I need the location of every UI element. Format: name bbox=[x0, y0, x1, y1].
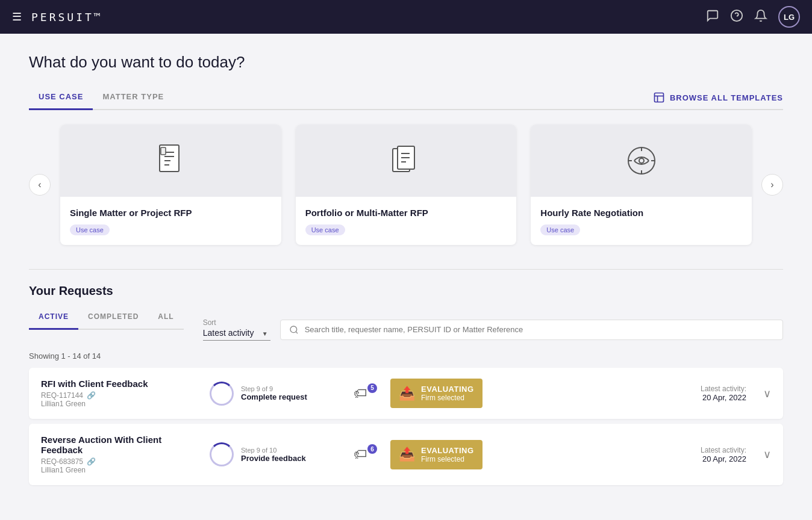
hamburger-icon[interactable]: ☰ bbox=[12, 10, 22, 23]
tag-area-1: 🏷 5 bbox=[342, 386, 378, 401]
request-id-2: REQ-683875 bbox=[41, 457, 83, 466]
step-text-1: Step 9 of 9 Complete request bbox=[241, 385, 307, 401]
tag-icon-2: 🏷 bbox=[354, 447, 367, 462]
card-image-multi-matter bbox=[296, 125, 517, 197]
svg-line-23 bbox=[296, 332, 298, 333]
status-label-1: EVALUATING bbox=[421, 385, 474, 394]
status-text-2: EVALUATING Firm selected bbox=[421, 446, 474, 463]
tab-use-case[interactable]: USE CASE bbox=[29, 86, 93, 110]
tab-completed[interactable]: COMPLETED bbox=[78, 308, 148, 330]
search-input[interactable] bbox=[305, 325, 774, 334]
status-badge-2: 📤 EVALUATING Firm selected bbox=[390, 440, 483, 469]
card-title-multi-matter: Portfolio or Multi-Matter RFP bbox=[305, 206, 507, 219]
search-icon bbox=[289, 325, 299, 335]
card-title-single-matter: Single Matter or Project RFP bbox=[70, 206, 272, 219]
status-icon-2: 📤 bbox=[399, 447, 415, 462]
card-badge-multi-matter: Use case bbox=[305, 224, 345, 235]
activity-date-2: 20 Apr, 2022 bbox=[495, 454, 746, 463]
svg-point-16 bbox=[628, 147, 655, 174]
activity-label-1: Latest activity: bbox=[495, 385, 746, 393]
status-badge-1: 📤 EVALUATING Firm selected bbox=[390, 379, 483, 408]
step-num-2: Step 9 of 10 bbox=[241, 447, 306, 454]
main-content: What do you want to do today? USE CASE M… bbox=[0, 34, 812, 509]
chat-icon[interactable] bbox=[706, 9, 719, 25]
card-badge-single-matter: Use case bbox=[70, 224, 110, 235]
browse-all-label: BROWSE ALL TEMPLATES bbox=[670, 93, 783, 102]
request-id-1: REQ-117144 bbox=[41, 391, 83, 400]
portfolio-icon bbox=[388, 143, 424, 179]
your-requests-section: Your Requests ACTIVE COMPLETED ALL Sort … bbox=[29, 284, 783, 485]
page-title: What do you want to do today? bbox=[29, 53, 783, 72]
bell-icon[interactable] bbox=[754, 9, 767, 25]
template-card-single-matter[interactable]: Single Matter or Project RFP Use case bbox=[60, 125, 281, 245]
activity-info-2: Latest activity: 20 Apr, 2022 bbox=[495, 446, 746, 463]
tab-all[interactable]: ALL bbox=[148, 308, 183, 330]
request-filter-tabs: ACTIVE COMPLETED ALL bbox=[29, 308, 184, 330]
card-image-hourly-rate bbox=[531, 125, 752, 197]
expand-button-2[interactable]: ∨ bbox=[763, 448, 771, 461]
handshake-icon bbox=[623, 143, 660, 179]
avatar[interactable]: LG bbox=[778, 6, 800, 28]
step-circle-2 bbox=[210, 442, 234, 466]
svg-point-17 bbox=[639, 158, 644, 163]
showing-count: Showing 1 - 14 of 14 bbox=[29, 351, 783, 361]
template-card-hourly-rate[interactable]: Hourly Rate Negotiation Use case bbox=[531, 125, 752, 245]
step-num-1: Step 9 of 9 bbox=[241, 385, 307, 392]
tag-badge-2: 6 bbox=[367, 444, 377, 454]
browse-icon bbox=[653, 91, 665, 104]
link-icon-2: 🔗 bbox=[87, 457, 96, 466]
template-tabs: USE CASE MATTER TYPE BROWSE ALL TEMPLATE… bbox=[29, 86, 783, 110]
status-label-2: EVALUATING bbox=[421, 446, 474, 455]
carousel-next-button[interactable]: › bbox=[761, 174, 783, 196]
request-name-1: RFI with Client Feedback bbox=[41, 379, 198, 389]
requests-section-title: Your Requests bbox=[29, 284, 783, 298]
status-sub-1: Firm selected bbox=[421, 394, 474, 402]
status-sub-2: Firm selected bbox=[421, 455, 474, 463]
sort-label: Sort bbox=[203, 318, 270, 327]
activity-label-2: Latest activity: bbox=[495, 446, 746, 454]
tag-icon-1: 🏷 bbox=[354, 386, 367, 401]
sort-chevron-icon: ▼ bbox=[262, 330, 268, 337]
step-info-1: Step 9 of 9 Complete request bbox=[210, 382, 330, 406]
status-icon-1: 📤 bbox=[399, 386, 415, 401]
browse-all-button[interactable]: BROWSE ALL TEMPLATES bbox=[653, 91, 783, 104]
card-badge-hourly-rate: Use case bbox=[540, 224, 580, 235]
step-info-2: Step 9 of 10 Provide feedback bbox=[210, 442, 330, 466]
help-icon[interactable] bbox=[730, 9, 743, 25]
request-info-2: Reverse Auction With Client Feedback REQ… bbox=[41, 435, 198, 474]
request-row: RFI with Client Feedback REQ-117144 🔗 Li… bbox=[29, 368, 783, 419]
request-row-2: Reverse Auction With Client Feedback REQ… bbox=[29, 424, 783, 485]
logo: PERSUIT™ bbox=[31, 11, 103, 23]
tab-active[interactable]: ACTIVE bbox=[29, 308, 78, 330]
card-title-hourly-rate: Hourly Rate Negotiation bbox=[540, 206, 742, 219]
request-name-2: Reverse Auction With Client Feedback bbox=[41, 435, 198, 455]
activity-info-1: Latest activity: 20 Apr, 2022 bbox=[495, 385, 746, 402]
sort-wrapper: Latest activity Oldest activity Title A-… bbox=[203, 328, 270, 341]
card-image-single-matter bbox=[60, 125, 281, 197]
header: ☰ PERSUIT™ LG bbox=[0, 0, 812, 34]
requester-1: Lillian1 Green bbox=[41, 400, 198, 408]
svg-point-22 bbox=[290, 326, 297, 333]
link-icon-1: 🔗 bbox=[87, 391, 96, 400]
tag-area-2: 🏷 6 bbox=[342, 447, 378, 462]
requester-2: Lillian1 Green bbox=[41, 466, 198, 474]
templates-carousel: ‹ Single Matter or Project RFP Use bbox=[29, 125, 783, 245]
expand-button-1[interactable]: ∨ bbox=[763, 387, 771, 400]
activity-date-1: 20 Apr, 2022 bbox=[495, 393, 746, 402]
step-text-2: Step 9 of 10 Provide feedback bbox=[241, 447, 306, 463]
request-meta-2: REQ-683875 🔗 bbox=[41, 457, 198, 466]
step-circle-1 bbox=[210, 382, 234, 406]
request-info-1: RFI with Client Feedback REQ-117144 🔗 Li… bbox=[41, 379, 198, 408]
status-text-1: EVALUATING Firm selected bbox=[421, 385, 474, 402]
template-cards: Single Matter or Project RFP Use case bbox=[60, 125, 752, 245]
step-name-1: Complete request bbox=[241, 392, 307, 401]
svg-rect-2 bbox=[654, 93, 663, 102]
tab-matter-type[interactable]: MATTER TYPE bbox=[93, 86, 173, 110]
step-name-2: Provide feedback bbox=[241, 454, 306, 463]
template-card-multi-matter[interactable]: Portfolio or Multi-Matter RFP Use case bbox=[296, 125, 517, 245]
search-box bbox=[280, 320, 783, 340]
tag-badge-1: 5 bbox=[367, 383, 377, 393]
sort-select[interactable]: Latest activity Oldest activity Title A-… bbox=[203, 328, 270, 341]
svg-rect-9 bbox=[161, 147, 166, 155]
carousel-prev-button[interactable]: ‹ bbox=[29, 174, 51, 196]
